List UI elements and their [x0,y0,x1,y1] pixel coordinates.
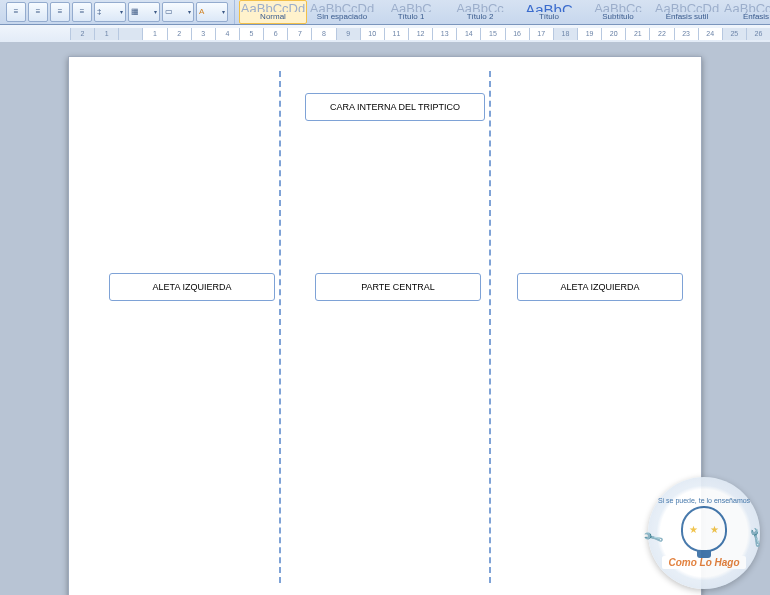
align-center-icon[interactable]: ≡ [28,2,48,22]
line-spacing-button[interactable]: ‡▾ [94,2,126,22]
style-titulo-2[interactable]: AaBbCc Título 2 [446,0,514,24]
align-justify-icon[interactable]: ≡ [72,2,92,22]
style-titulo[interactable]: AaBbC Título [515,0,583,24]
style-subtitulo[interactable]: AaBbCc Subtítulo [584,0,652,24]
style-enfasis[interactable]: AaBbCcDd Énfasis [722,0,770,24]
textbox-title[interactable]: CARA INTERNA DEL TRIPTICO [305,93,485,121]
style-enfasis-sutil[interactable]: AaBbCcDd Énfasis sutil [653,0,721,24]
column-left [83,71,279,583]
align-right-icon[interactable]: ≡ [50,2,70,22]
document-workspace: CARA INTERNA DEL TRIPTICO ALETA IZQUIERD… [0,42,770,595]
document-page[interactable]: CARA INTERNA DEL TRIPTICO ALETA IZQUIERD… [68,56,702,595]
shading-button[interactable]: ▦▾ [128,2,160,22]
borders-button[interactable]: ▭▾ [162,2,194,22]
style-titulo-1[interactable]: AaBbC Título 1 [377,0,445,24]
textbox-center[interactable]: PARTE CENTRAL [315,273,481,301]
star-icon: ★ [710,524,719,535]
style-sin-espaciado[interactable]: AaBbCcDd Sin espaciado [308,0,376,24]
ribbon: ≡ ≡ ≡ ≡ ‡▾ ▦▾ ▭▾ A▾ AaBbCcDd Normal AaBb… [0,0,770,25]
lightbulb-icon: ★ ★ [681,506,727,552]
align-left-icon[interactable]: ≡ [6,2,26,22]
watermark-badge: 🔧 🔧 Si se puede, te lo enseñamos ★ ★ Com… [648,477,760,589]
sort-button[interactable]: A▾ [196,2,228,22]
star-icon: ★ [689,524,698,535]
textbox-right[interactable]: ALETA IZQUIERDA [517,273,683,301]
column-center [280,71,488,583]
textbox-left[interactable]: ALETA IZQUIERDA [109,273,275,301]
styles-gallery: AaBbCcDd Normal AaBbCcDd Sin espaciado A… [235,0,770,24]
watermark-arc-text: Si se puede, te lo enseñamos [658,497,750,504]
paragraph-group: ≡ ≡ ≡ ≡ ‡▾ ▦▾ ▭▾ A▾ [0,0,235,24]
style-normal[interactable]: AaBbCcDd Normal [239,0,307,24]
screwdriver-icon: 🔧 [744,526,767,548]
